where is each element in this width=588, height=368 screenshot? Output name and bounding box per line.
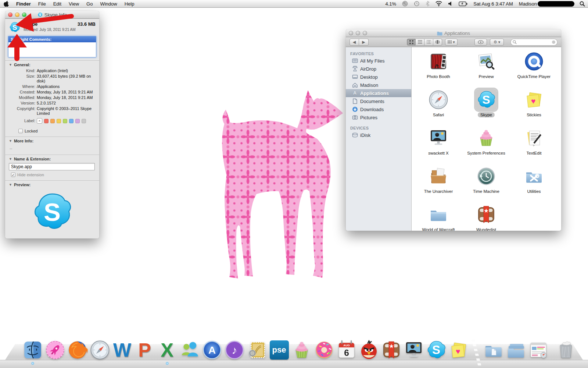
label-color-swatch[interactable] <box>44 119 49 123</box>
general-header[interactable]: ▼General: <box>9 63 96 67</box>
dock-trash[interactable] <box>555 339 577 361</box>
zoom-button[interactable] <box>363 31 367 35</box>
dock-ical[interactable] <box>336 339 357 361</box>
dock-skype[interactable] <box>426 339 447 361</box>
globe-icon[interactable] <box>399 0 411 8</box>
wifi-icon[interactable] <box>433 0 445 8</box>
quick-look-button[interactable] <box>474 39 487 46</box>
sidebar-item-pictures[interactable]: Pictures <box>346 113 411 121</box>
sidebar-item-desktop[interactable]: Desktop <box>346 73 411 81</box>
forward-button[interactable]: ▶ <box>359 39 369 46</box>
list-view-button[interactable] <box>416 39 424 46</box>
search-clear-icon[interactable] <box>552 40 555 44</box>
action-gear-button[interactable]: ⚙ ▾ <box>490 39 504 46</box>
app-skype-selected[interactable]: Skype <box>462 87 510 117</box>
dock-app-store[interactable] <box>201 339 223 361</box>
locked-checkbox[interactable] <box>18 129 23 133</box>
folder-world-of-warcraft[interactable]: World of Warcraft <box>415 202 462 231</box>
close-button[interactable] <box>8 13 12 17</box>
dock-photoshop-elements[interactable]: pse <box>269 339 290 361</box>
back-button[interactable]: ◀ <box>349 39 359 46</box>
menubar-app-name[interactable]: Finder <box>12 0 35 8</box>
dock-microsoft-excel[interactable]: X <box>157 339 178 361</box>
name-extension-header[interactable]: ▼Name & Extension: <box>9 157 96 161</box>
spotlight-comments-field[interactable] <box>8 42 96 57</box>
menu-view[interactable]: View <box>65 0 83 8</box>
sidebar-item-airdrop[interactable]: AirDrop <box>346 65 411 73</box>
menu-help[interactable]: Help <box>121 0 138 8</box>
app-wunderlist[interactable]: Wunderlist <box>462 202 510 231</box>
app-textedit[interactable]: TextEdit <box>510 125 558 156</box>
dock-downloads-stack[interactable] <box>505 339 527 361</box>
dock-stickies[interactable] <box>448 339 469 361</box>
preview-header[interactable]: ▼Preview: <box>9 183 96 187</box>
more-info-header[interactable]: ▼More Info: <box>9 139 96 143</box>
sidebar-item-idisk[interactable]: iDisk <box>346 131 411 139</box>
sidebar-item-madison-home[interactable]: Madison <box>346 81 411 89</box>
finder-applications-window[interactable]: Applications ◀ ▶ ▾ ⚙ ▾ <box>346 29 561 231</box>
folder-utilities[interactable]: Utilities <box>510 163 558 194</box>
app-time-machine[interactable]: Time Machine <box>462 163 510 194</box>
finder-title-bar[interactable]: Applications <box>346 29 561 37</box>
hide-extension-checkbox[interactable]: ✓ <box>11 173 15 177</box>
close-button[interactable] <box>349 31 353 35</box>
bluetooth-icon[interactable] <box>423 0 433 8</box>
dock-itunes[interactable] <box>224 339 245 361</box>
search-field[interactable] <box>510 39 557 46</box>
dock-donut-app[interactable] <box>313 339 335 361</box>
label-color-swatch[interactable] <box>82 119 86 123</box>
filename-field[interactable]: Skype.app <box>9 163 95 170</box>
apple-menu[interactable] <box>0 0 12 8</box>
status-percent[interactable]: 4.1% <box>383 0 399 8</box>
menubar-clock[interactable]: Sat Aug 6 3:47 AM <box>470 0 516 8</box>
app-preview[interactable]: Preview <box>462 49 510 79</box>
coverflow-view-button[interactable] <box>433 39 442 46</box>
icon-view-button[interactable] <box>407 39 416 46</box>
dock-rocket-app[interactable] <box>44 339 66 361</box>
dock-messenger[interactable] <box>179 339 200 361</box>
app-the-unarchiver[interactable]: The Unarchiver <box>415 163 462 194</box>
menu-window[interactable]: Window <box>96 0 121 8</box>
battery-icon[interactable] <box>456 0 470 8</box>
sidebar-item-downloads[interactable]: Downloads <box>346 105 411 113</box>
dock-microsoft-word[interactable]: W <box>112 339 133 361</box>
dock-finder[interactable] <box>22 339 43 361</box>
menu-edit[interactable]: Edit <box>50 0 65 8</box>
minimize-button[interactable] <box>15 13 19 17</box>
zoom-button[interactable] <box>22 13 26 17</box>
app-safari[interactable]: Safari <box>415 87 462 117</box>
sidebar-item-all-my-files[interactable]: All My Files <box>346 57 411 65</box>
column-view-button[interactable] <box>424 39 433 46</box>
dock-cupcake-app[interactable] <box>291 339 312 361</box>
app-swackett-x[interactable]: swackett X <box>415 125 462 156</box>
arrange-button[interactable]: ▾ <box>445 39 458 46</box>
skype-info-window[interactable]: Skype Info Skype Modified: July 18, 2011… <box>5 11 99 238</box>
label-none-button[interactable]: × <box>37 118 42 124</box>
dock-swackett-x[interactable] <box>403 339 424 361</box>
dock-documents-folder[interactable] <box>483 339 504 361</box>
dock-safari[interactable] <box>89 339 111 361</box>
dock-wunderlist[interactable] <box>381 339 402 361</box>
volume-icon[interactable] <box>445 0 456 8</box>
dock-mail[interactable] <box>246 339 268 361</box>
dock-angry-birds[interactable] <box>358 339 380 361</box>
label-color-swatch[interactable] <box>63 119 67 123</box>
time-machine-icon[interactable] <box>411 0 423 8</box>
sidebar-item-documents[interactable]: Documents <box>346 97 411 105</box>
dock-firefox[interactable] <box>67 339 88 361</box>
dock-microsoft-powerpoint[interactable]: P <box>134 339 155 361</box>
label-color-swatch[interactable] <box>57 119 61 123</box>
app-stickies[interactable]: Stickies <box>510 87 558 117</box>
sidebar-item-applications[interactable]: A Applications <box>346 89 411 97</box>
menu-go[interactable]: Go <box>83 0 96 8</box>
label-color-swatch[interactable] <box>69 119 74 123</box>
info-title-bar[interactable]: Skype Info <box>5 11 99 19</box>
dock-minimized-safari-window[interactable] <box>528 339 549 361</box>
spotlight-icon[interactable] <box>577 0 588 8</box>
app-quicktime-player[interactable]: QuickTime Player <box>510 49 558 79</box>
label-color-swatch[interactable] <box>75 119 80 123</box>
app-photo-booth[interactable]: Photo Booth <box>415 49 462 79</box>
label-color-swatch[interactable] <box>50 119 55 123</box>
menubar-user-name[interactable]: Madison <box>516 0 537 8</box>
menu-file[interactable]: File <box>35 0 50 8</box>
